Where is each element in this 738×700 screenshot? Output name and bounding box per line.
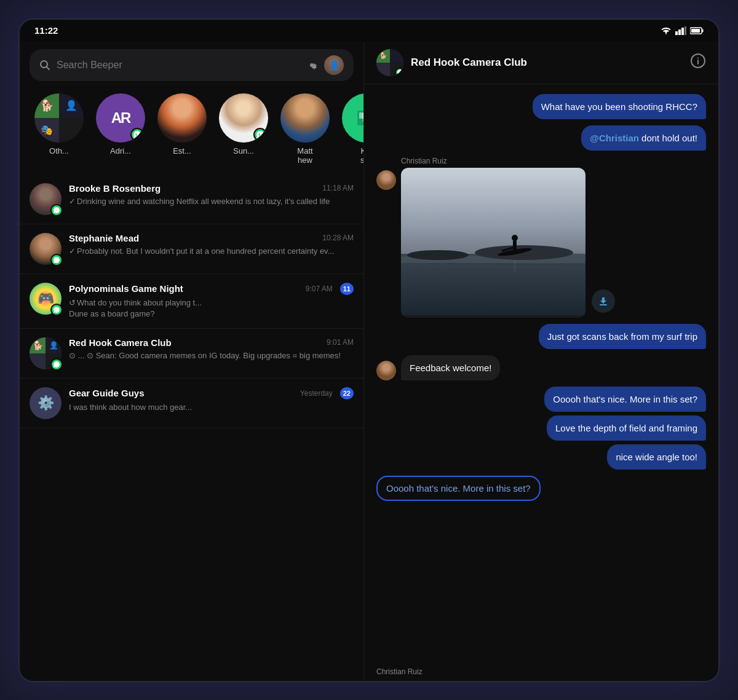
whatsapp-indicator-poly — [50, 304, 63, 316]
svg-rect-0 — [675, 31, 678, 35]
chat-name-brooke: Brooke B Rosenberg — [69, 183, 161, 194]
svg-rect-12 — [697, 60, 699, 65]
chat-content-brooke: Brooke B Rosenberg 11:18 AM ✓Drinking wi… — [69, 183, 354, 207]
svg-rect-1 — [678, 29, 681, 35]
msg-bubble-2: @Christian dont hold out! — [581, 125, 706, 151]
chat-avatar-rhcc: 🐕 👤 — [30, 337, 62, 369]
search-bar[interactable]: 👤 — [30, 49, 354, 81]
wifi-icon — [661, 26, 672, 35]
chat-time-brooke: 11:18 AM — [322, 184, 354, 192]
user-avatar[interactable]: 👤 — [324, 55, 344, 75]
battery-icon — [690, 27, 704, 34]
mention-christian: @Christian — [590, 133, 639, 143]
whatsapp-badge-adri — [130, 128, 144, 141]
chat-header-avatar: 🐕 — [376, 49, 403, 76]
download-button[interactable] — [592, 289, 615, 313]
msg-bubble-ooooh: Ooooh that's nice. More in this set? — [544, 387, 706, 412]
search-icon — [39, 60, 50, 71]
chat-list: Brooke B Rosenberg 11:18 AM ✓Drinking wi… — [20, 175, 363, 681]
svg-rect-3 — [684, 26, 686, 35]
search-input[interactable] — [57, 60, 300, 71]
chat-content-polynominals: Polynominals Game Night 9:07 AM 11 ↺What… — [69, 283, 354, 320]
story-avatar-matt — [280, 93, 330, 143]
surf-photo — [401, 168, 585, 315]
chat-content-stephanie: Stephanie Mead 10:28 AM ✓Probably not. B… — [69, 233, 354, 257]
chat-avatar-brooke — [30, 183, 62, 215]
unread-badge-polynominals: 11 — [340, 283, 354, 295]
chat-preview-polynominals: ↺What do you think about playing t...Dun… — [69, 297, 354, 320]
story-label-est: Est... — [173, 146, 191, 155]
msg-bubble-depth: Love the depth of field and framing — [547, 415, 706, 441]
unread-badge-gear: 22 — [340, 387, 354, 399]
chat-avatar-polynominals: 🎮 — [30, 283, 62, 315]
sender-name-christian: Christian Ruiz — [401, 157, 706, 165]
story-label-kel: Kelsey — [360, 146, 363, 165]
info-button[interactable] — [690, 53, 706, 73]
chat-time-gear: Yesterday — [300, 389, 333, 398]
signal-icon — [675, 26, 686, 35]
story-label-oth: Oth... — [49, 146, 69, 155]
story-item-kel[interactable]: K Kelsey — [342, 93, 363, 165]
status-bar: 11:22 — [20, 20, 718, 42]
story-label-adri: Adri... — [110, 146, 131, 155]
chat-item-stephanie[interactable]: Stephanie Mead 10:28 AM ✓Probably not. B… — [20, 224, 363, 274]
story-item-matt[interactable]: Matthew — [280, 93, 330, 165]
story-label-sun: Sun... — [233, 146, 254, 155]
story-item-oth[interactable]: 🐕 👤 🎭 Oth... — [34, 93, 84, 165]
left-panel: 👤 🐕 👤 🎭 Oth... AR — [20, 42, 364, 681]
whatsapp-indicator-brooke — [50, 204, 63, 216]
story-item-adri[interactable]: AR Adri... — [96, 93, 145, 165]
chat-content-rhcc: Red Hook Camera Club 9:01 AM ⊙ ... ⊙ Sea… — [69, 337, 354, 361]
chat-time-rhcc: 9:01 AM — [327, 338, 354, 347]
story-avatar-adri: AR — [96, 93, 145, 143]
story-avatar-sun — [219, 93, 268, 143]
chat-header-gear: Gear Guide Guys Yesterday 22 — [69, 387, 354, 399]
chat-header-name: Red Hook Camera Club — [411, 57, 683, 69]
chat-time-stephanie: 10:28 AM — [322, 234, 354, 242]
whatsapp-badge-sun — [253, 128, 267, 141]
svg-rect-6 — [691, 29, 700, 33]
svg-rect-10 — [359, 112, 363, 119]
chat-header-polynominals: Polynominals Game Night 9:07 AM 11 — [69, 283, 354, 295]
msg-bubble-feedback: Feedback welcome! — [401, 355, 500, 380]
chat-item-gear[interactable]: ⚙️ Gear Guide Guys Yesterday 22 I was th… — [20, 379, 363, 428]
svg-rect-26 — [600, 304, 607, 305]
story-avatar-oth: 🐕 👤 🎭 — [34, 93, 84, 143]
msg-row-feedback: Feedback welcome! — [376, 355, 706, 380]
photo-message-container — [401, 168, 585, 318]
chat-header-info: Red Hook Camera Club — [411, 57, 683, 69]
msg-bubble-border: Ooooh that's nice. More in this set? — [376, 476, 541, 501]
story-item-est[interactable]: Est... — [157, 93, 207, 165]
story-avatar-est — [157, 93, 207, 143]
story-avatar-kel: K — [342, 93, 363, 143]
chat-header-brooke: Brooke B Rosenberg 11:18 AM — [69, 183, 354, 194]
msg-avatar-feedback — [376, 361, 396, 380]
story-label-matt: Matthew — [297, 146, 312, 165]
gear-icon[interactable] — [306, 59, 318, 71]
status-time: 11:22 — [34, 25, 58, 36]
chat-content-gear: Gear Guide Guys Yesterday 22 I was think… — [69, 387, 354, 413]
chat-name-rhcc: Red Hook Camera Club — [69, 337, 172, 348]
svg-rect-22 — [513, 240, 517, 251]
chat-item-rhcc[interactable]: 🐕 👤 Red Hook Camera Club — [20, 329, 363, 379]
chat-header-rhcc: Red Hook Camera Club 9:01 AM — [69, 337, 354, 348]
bottom-sender-label: Christian Ruiz — [364, 665, 718, 681]
chat-preview-brooke: ✓Drinking wine and watching Netflix all … — [69, 196, 354, 207]
svg-point-20 — [407, 250, 469, 260]
svg-point-23 — [512, 235, 518, 241]
chat-item-polynominals[interactable]: 🎮 Polynominals Game Night 9:07 AM 11 — [20, 274, 363, 329]
msg-row-photo: Christian Ruiz — [376, 157, 706, 318]
story-item-sun[interactable]: Sun... — [219, 93, 268, 165]
svg-rect-13 — [697, 57, 699, 58]
chat-preview-gear: I was think about how much gear... — [69, 402, 354, 413]
chat-preview-stephanie: ✓Probably not. But I wouldn't put it at … — [69, 246, 354, 257]
chat-avatar-gear: ⚙️ — [30, 387, 62, 419]
msg-bubble-wide: nice wide angle too! — [607, 444, 706, 470]
msg-group-outgoing: Ooooh that's nice. More in this set? Lov… — [376, 387, 706, 470]
app-container: 👤 🐕 👤 🎭 Oth... AR — [20, 42, 718, 681]
whatsapp-indicator-stephanie — [50, 254, 63, 266]
right-panel: 🐕 Red Hook Camera Club — [364, 42, 718, 681]
whatsapp-indicator-rhcc — [50, 358, 63, 371]
chat-item-brooke[interactable]: Brooke B Rosenberg 11:18 AM ✓Drinking wi… — [20, 175, 363, 224]
messages-area: What have you been shooting RHCC? @Chris… — [364, 84, 718, 665]
